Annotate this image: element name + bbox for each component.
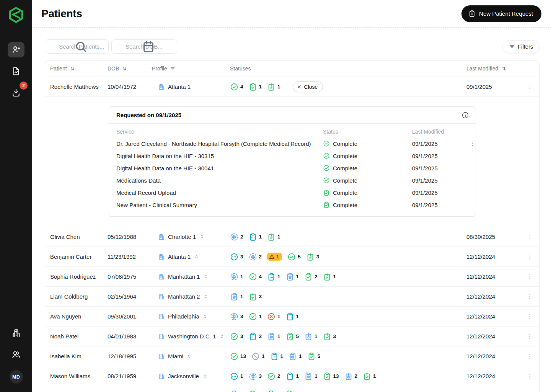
status-badge-clipboard-check[interactable]: 5: [286, 332, 299, 341]
profile-select-chevron-icon[interactable]: [194, 254, 199, 260]
status-badge-gear-processing[interactable]: 1: [230, 273, 243, 281]
sidebar-item-records[interactable]: [8, 64, 24, 79]
table-row[interactable]: Ava Nguyen09/30/2001Philadelphia311112/1…: [45, 306, 539, 326]
row-menu-button[interactable]: [525, 371, 535, 382]
profile-select-chevron-icon[interactable]: [203, 274, 209, 279]
status-badge-clipboard-gear[interactable]: 1: [286, 273, 299, 281]
status-badge-clipboard-check[interactable]: [248, 390, 261, 392]
status-badge-clipboard-check[interactable]: 5: [307, 352, 321, 361]
status-badge-circle-x[interactable]: 1: [267, 312, 280, 321]
filters-button[interactable]: Filters: [502, 40, 540, 53]
sidebar-item-team[interactable]: [10, 349, 22, 360]
status-badge-clipboard-dots[interactable]: 2: [249, 332, 262, 341]
status-badge-circle-check[interactable]: 5: [287, 253, 301, 261]
status-badge-gear-processing[interactable]: 2: [230, 233, 243, 241]
sidebar-item-downloads[interactable]: 2: [8, 85, 24, 100]
status-badge-clipboard-up-gear[interactable]: 1: [304, 332, 318, 341]
profile-select-chevron-icon[interactable]: [219, 333, 225, 339]
table-row[interactable]: Mason Williams08/21/1959Jacksonville1321…: [45, 366, 539, 386]
status-badge-clipboard-check[interactable]: [285, 390, 298, 392]
status-badge-clipboard-gear[interactable]: 1: [304, 372, 318, 381]
status-badge-clipboard-up-check[interactable]: 1: [323, 273, 336, 281]
table-row[interactable]: Olivia Chen05/12/1988Charlotte 121108/30…: [45, 227, 539, 247]
sort-icon[interactable]: [70, 66, 75, 72]
status-badge-clipboard-gear[interactable]: 1: [289, 352, 302, 361]
table-row[interactable]: Isabella Kim12/18/1995Miami13111512/12/2…: [45, 346, 539, 366]
status-badge-circle-check[interactable]: 1: [249, 312, 262, 321]
status-badge-clipboard-up-check[interactable]: 3: [306, 253, 320, 261]
table-body: Rochelle Matthews10/04/1972Atlanta 1411C…: [45, 77, 539, 392]
status-badge-clipboard-up-check[interactable]: 3: [323, 332, 336, 341]
table-row-partial[interactable]: [45, 386, 539, 392]
status-badge-circle-check[interactable]: 4: [230, 83, 243, 91]
row-menu-button[interactable]: [525, 271, 535, 282]
status-badge-clipboard-dots[interactable]: 1: [270, 352, 284, 361]
status-badge-clipboard-up-check[interactable]: 3: [249, 292, 262, 301]
table-row[interactable]: Benjamin Carter11/23/1992Atlanta 1321531…: [45, 247, 539, 266]
row-menu-button[interactable]: [525, 252, 535, 262]
row-menu-button[interactable]: [525, 82, 535, 92]
info-button[interactable]: [461, 111, 470, 120]
column-header-last-modified[interactable]: Last Modified: [466, 65, 525, 72]
status-badge-clipboard-up-check[interactable]: 1: [363, 372, 376, 381]
table-row[interactable]: Noah Patel04/01/1983Washington D.C. 1321…: [45, 326, 539, 346]
sidebar-item-facility[interactable]: [10, 327, 22, 339]
status-badge-clipboard-dots[interactable]: 1: [286, 372, 299, 381]
circle-check-icon: [249, 273, 257, 281]
service-status: Complete: [323, 189, 412, 196]
status-badge-gear-processing[interactable]: 2: [249, 253, 262, 261]
status-badge-clipboard-gear[interactable]: 1: [267, 332, 280, 341]
user-avatar[interactable]: MD: [10, 370, 23, 384]
status-badge-warning[interactable]: 1: [267, 253, 282, 261]
profile-select-chevron-icon[interactable]: [186, 353, 192, 359]
status-count: 13: [333, 373, 339, 379]
close-expanded-button[interactable]: Close: [293, 81, 323, 92]
status-badge-clipboard-check[interactable]: 1: [249, 83, 262, 91]
table-row[interactable]: Rochelle Matthews10/04/1972Atlanta 1411C…: [45, 77, 539, 96]
status-badge-clipboard-gear[interactable]: [230, 390, 243, 392]
column-header-patient[interactable]: Patient: [50, 65, 108, 72]
status-badge-gear-processing[interactable]: 3: [230, 312, 243, 321]
status-badge-circle-check[interactable]: 4: [249, 273, 262, 281]
column-header-dob[interactable]: DOB: [108, 65, 152, 72]
patient-profile: Washington D.C. 1: [152, 333, 230, 340]
status-badge-circle-dots[interactable]: 1: [230, 372, 243, 381]
status-badge-clipboard-gear[interactable]: 1: [230, 292, 243, 301]
service-menu-button[interactable]: [467, 138, 478, 149]
row-menu-button[interactable]: [525, 331, 535, 342]
sort-icon[interactable]: [501, 66, 507, 72]
status-badge-clipboard-dots[interactable]: [267, 390, 280, 392]
sort-icon[interactable]: [122, 66, 127, 72]
profile-select-chevron-icon[interactable]: [203, 294, 209, 299]
row-menu-button[interactable]: [525, 311, 535, 322]
row-menu-button[interactable]: [525, 291, 535, 302]
status-badge-clipboard-dots[interactable]: 1: [249, 233, 262, 241]
column-header-profile[interactable]: Profile: [152, 65, 230, 72]
table-row[interactable]: Liam Goldberg02/15/1964Manhattan 21312/1…: [45, 286, 539, 306]
new-patient-request-button[interactable]: New Patient Request: [461, 5, 541, 22]
status-badge-clipboard-dots[interactable]: 1: [286, 312, 299, 321]
status-badge-clipboard-dots[interactable]: 1: [267, 273, 280, 281]
status-badge-circle-dots[interactable]: 3: [230, 253, 243, 261]
status-badge-gear-processing[interactable]: 3: [249, 372, 262, 381]
row-menu-button[interactable]: [525, 351, 535, 362]
status-badge-circle-check[interactable]: 3: [230, 332, 243, 341]
status-badge-clipboard-up-check[interactable]: 1: [267, 233, 280, 241]
profile-select-chevron-icon[interactable]: [202, 373, 208, 379]
row-menu-button[interactable]: [525, 232, 535, 242]
status-badge-circle-check[interactable]: 13: [230, 352, 246, 361]
profile-select-chevron-icon[interactable]: [202, 314, 208, 319]
clipboard-check-icon: [249, 83, 257, 91]
service-name: New Patient - Clinical Summary: [116, 202, 323, 208]
status-badge-circle-check[interactable]: 2: [267, 372, 280, 381]
clipboard-plus-icon: [468, 10, 476, 17]
sidebar-item-patients[interactable]: [8, 42, 24, 57]
status-badge-clipboard-check[interactable]: 2: [304, 273, 318, 281]
status-badge-clipboard-up-gear[interactable]: 2: [344, 372, 358, 381]
status-badge-slash-circle[interactable]: 1: [251, 352, 265, 361]
table-row[interactable]: Sophia Rodriguez07/08/1975Manhattan 1141…: [45, 266, 539, 286]
profile-select-chevron-icon[interactable]: [199, 234, 205, 240]
filter-icon[interactable]: [170, 66, 176, 72]
status-badge-clipboard-check[interactable]: 13: [323, 372, 339, 381]
status-badge-clipboard-up-check[interactable]: 1: [267, 83, 280, 91]
